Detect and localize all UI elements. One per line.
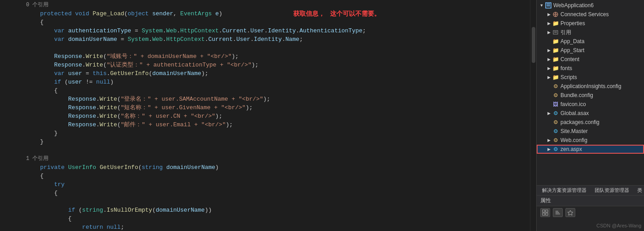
- solution-icon: [545, 2, 552, 9]
- tree-item-refs[interactable]: 引用: [537, 28, 644, 37]
- fonts-icon: 📁: [552, 65, 559, 72]
- bottom-tab-bar: 解决方案资源管理器 团队资源管理器 类: [537, 185, 644, 195]
- tree-item-appinsights[interactable]: ⚙ ApplicationInsights.config: [537, 82, 644, 91]
- webconfig-label: Web.config: [560, 137, 587, 143]
- tree-item-scripts[interactable]: 📁 Scripts: [537, 73, 644, 82]
- tree-item-properties[interactable]: 📁 Properties: [537, 19, 644, 28]
- content-icon: 📁: [552, 56, 559, 63]
- code-line: if (string.IsNullOrEmpty(domainUserName)…: [26, 206, 530, 214]
- properties-grid-btn[interactable]: [540, 208, 550, 217]
- code-line: {: [26, 86, 530, 95]
- code-line: Response.Write("登录名：" + user.SAMAccountN…: [26, 95, 530, 103]
- expand-arrow[interactable]: [546, 47, 552, 53]
- favicon-icon: 🖼: [552, 101, 559, 108]
- tree-item-fonts[interactable]: 📁 fonts: [537, 64, 644, 73]
- tree-item-app-data[interactable]: 📁 App_Data: [537, 37, 644, 46]
- editor-area: 0 个引用 protected void Page_Load(object se…: [0, 0, 536, 231]
- solution-label: WebApplication6: [553, 2, 594, 9]
- connected-services-label: Connected Services: [560, 11, 609, 18]
- expand-arrow[interactable]: [546, 137, 552, 143]
- code-line: return null;: [26, 223, 530, 231]
- properties-label: Properties: [560, 20, 585, 27]
- zenaspx-icon: ⚙: [552, 146, 559, 153]
- fold-gutter: [18, 0, 26, 231]
- code-line: Response.Write("认证类型：" + authenticationT…: [26, 61, 530, 69]
- scripts-icon: 📁: [552, 74, 559, 81]
- code-line: protected void Page_Load(object sender, …: [26, 9, 530, 18]
- expand-arrow[interactable]: [546, 56, 552, 62]
- expand-arrow-zen[interactable]: [546, 146, 552, 152]
- code-line: Response.Write("邮件：" + user.Email + "<br…: [26, 120, 530, 129]
- zenaspx-label: zen.aspx: [560, 146, 582, 152]
- expand-arrow[interactable]: [546, 29, 552, 36]
- expand-arrow[interactable]: [546, 74, 552, 80]
- svg-rect-2: [547, 5, 550, 6]
- tree-item-global[interactable]: ⚙ Global.asax: [537, 109, 644, 118]
- solution-root-item[interactable]: WebApplication6: [537, 1, 644, 10]
- packages-label: packages.config: [560, 119, 600, 125]
- code-line: [26, 146, 530, 155]
- watermark: CSDN @Ares-Wang: [596, 223, 641, 228]
- code-line: Response.Write("短名称：" + user.GivenName +…: [26, 103, 530, 112]
- expand-arrow[interactable]: [546, 11, 552, 18]
- webconfig-icon: ⚙: [552, 137, 559, 144]
- sitemaster-label: Site.Master: [560, 128, 588, 134]
- connected-services-icon: [552, 11, 559, 18]
- global-label: Global.asax: [560, 110, 589, 116]
- app-start-label: App_Start: [560, 47, 584, 53]
- tab-team-explorer[interactable]: 团队资源管理器: [591, 186, 633, 195]
- tree-item-favicon[interactable]: 🖼 favicon.ico: [537, 100, 644, 109]
- code-line: var user = this.GetUserInfo(domainUserNa…: [26, 69, 530, 78]
- code-line: }: [26, 129, 530, 138]
- code-line: {: [26, 189, 530, 197]
- sitemaster-icon: ⚙: [552, 128, 559, 135]
- tree-item-connected-services[interactable]: Connected Services: [537, 10, 644, 19]
- tab-class-view[interactable]: 类: [634, 186, 644, 195]
- code-line: var domainUserName = System.Web.HttpCont…: [26, 35, 530, 44]
- tree-item-app-start[interactable]: 📁 App_Start: [537, 46, 644, 55]
- app-data-label: App_Data: [560, 38, 584, 44]
- expand-arrow[interactable]: [546, 20, 552, 27]
- scripts-label: Scripts: [560, 74, 577, 80]
- tree-item-bundle[interactable]: ⚙ Bundle.config: [537, 91, 644, 100]
- expand-arrow[interactable]: [546, 110, 552, 116]
- tree-item-content[interactable]: 📁 Content: [537, 55, 644, 64]
- code-line: private UserInfo GetUserInfo(string doma…: [26, 163, 530, 172]
- global-icon: ⚙: [552, 110, 559, 117]
- bundle-icon: ⚙: [552, 92, 559, 99]
- svg-rect-9: [546, 210, 548, 212]
- code-line: if (user != null): [26, 78, 530, 86]
- properties-folder-icon: 📁: [552, 20, 559, 27]
- code-line: var authenticationType = System.Web.Http…: [26, 27, 530, 35]
- tree-item-packages[interactable]: ⚙ packages.config: [537, 118, 644, 127]
- scrollbar-thumb[interactable]: [532, 27, 535, 63]
- bundle-label: Bundle.config: [560, 92, 593, 98]
- editor-scrollbar[interactable]: [530, 0, 536, 231]
- line-numbers: [0, 0, 18, 231]
- content-label: Content: [560, 56, 579, 62]
- properties-sort-btn[interactable]: [553, 208, 563, 217]
- code-line: Response.Write("名称：" + user.CN + "<br/>"…: [26, 112, 530, 120]
- properties-event-btn[interactable]: [565, 208, 575, 217]
- expand-arrow[interactable]: [546, 65, 552, 71]
- code-line: }: [26, 138, 530, 146]
- code-line: [26, 44, 530, 52]
- properties-panel: 属性 CSDN @Ares-Wang: [537, 195, 644, 231]
- fonts-label: fonts: [560, 65, 572, 71]
- expand-arrow-solution[interactable]: [538, 2, 545, 9]
- svg-rect-8: [543, 210, 545, 212]
- code-line: {: [26, 172, 530, 180]
- svg-rect-11: [546, 213, 548, 215]
- tree-item-sitemaster[interactable]: ⚙ Site.Master: [537, 127, 644, 136]
- code-content[interactable]: 0 个引用 protected void Page_Load(object se…: [26, 0, 530, 231]
- code-line: 1 个引用: [26, 155, 530, 163]
- svg-rect-10: [543, 213, 545, 215]
- app-data-icon: 📁: [552, 38, 559, 45]
- refs-label: 引用: [560, 29, 571, 36]
- tab-solution-explorer[interactable]: 解决方案资源管理器: [538, 186, 590, 195]
- refs-icon: [552, 29, 559, 36]
- code-line: try: [26, 180, 530, 189]
- tree-item-zenaspx[interactable]: ⚙ zen.aspx: [537, 145, 644, 154]
- tree-item-webconfig[interactable]: ⚙ Web.config: [537, 136, 644, 145]
- code-line: [26, 197, 530, 206]
